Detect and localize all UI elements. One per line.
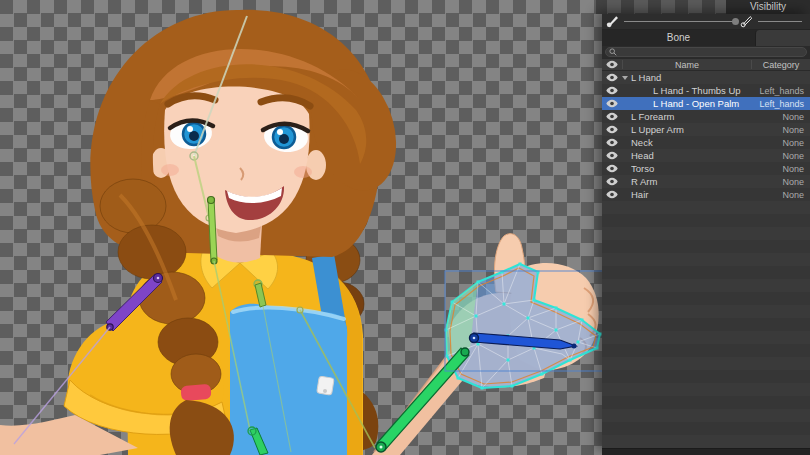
empty-row: [602, 344, 810, 357]
bone-name-label: L Forearm: [631, 111, 746, 122]
header-category[interactable]: Category: [752, 60, 810, 70]
empty-row: [602, 214, 810, 227]
bone-row[interactable]: L Upper Arm None: [602, 123, 810, 136]
eye-icon: [606, 99, 618, 108]
empty-row: [602, 253, 810, 266]
magnifier-icon: [609, 48, 617, 56]
bone-name-label: L Hand - Open Palm: [631, 98, 746, 109]
bone-name-label: L Hand: [631, 72, 746, 83]
bone-category-label: None: [746, 164, 810, 174]
visibility-eye-toggle[interactable]: [602, 164, 622, 173]
visibility-window-tab[interactable]: Visibility: [726, 0, 810, 14]
bone-name-label: Head: [631, 150, 746, 161]
bone-category-label: None: [746, 138, 810, 148]
visibility-eye-toggle[interactable]: [602, 112, 622, 121]
bone-category-label: Left_hands: [746, 99, 810, 109]
eye-icon: [606, 86, 618, 95]
bone-category-label: None: [746, 125, 810, 135]
bone-filled-icon: [606, 15, 620, 28]
empty-row: [602, 422, 810, 435]
bone-row[interactable]: Head None: [602, 149, 810, 162]
eye-icon: [606, 60, 618, 69]
bone-row[interactable]: Hair None: [602, 188, 810, 201]
foldout-triangle-icon[interactable]: [622, 76, 628, 80]
bone-name-label: R Arm: [631, 176, 746, 187]
bone-opacity-slider-row: [602, 14, 810, 30]
bone-category-label: None: [746, 190, 810, 200]
bone-category-label: Left_hands: [746, 86, 810, 96]
bone-name-label: Neck: [631, 137, 746, 148]
eye-icon: [606, 125, 618, 134]
visibility-eye-toggle[interactable]: [602, 138, 622, 147]
bone-category-label: None: [746, 151, 810, 161]
bone-row[interactable]: Neck None: [602, 136, 810, 149]
visibility-panel: Bone Name Category: [602, 14, 810, 455]
panel-tab-bar: Bone: [602, 30, 810, 46]
bone-row[interactable]: L Hand - Thumbs Up Left_hands: [602, 84, 810, 97]
empty-row: [602, 409, 810, 422]
eye-icon: [606, 73, 618, 82]
visibility-eye-toggle[interactable]: [602, 190, 622, 199]
empty-row: [602, 201, 810, 214]
search-field[interactable]: [605, 47, 807, 57]
table-header[interactable]: Name Category: [602, 58, 810, 71]
visibility-eye-toggle[interactable]: [602, 73, 622, 82]
empty-row: [602, 266, 810, 279]
tab-sprite-partial[interactable]: [755, 30, 810, 46]
eye-icon: [606, 151, 618, 160]
header-eye-column: [602, 60, 622, 69]
empty-row: [602, 227, 810, 240]
empty-row: [602, 331, 810, 344]
bone-outline-icon: [740, 15, 754, 28]
bone-row[interactable]: L Forearm None: [602, 110, 810, 123]
panel-shadow: [596, 0, 726, 14]
empty-row: [602, 318, 810, 331]
tab-bone[interactable]: Bone: [602, 30, 755, 46]
bone-table-body: L Hand L Hand - Thumbs Up Left_hands L H…: [602, 71, 810, 448]
visibility-eye-toggle[interactable]: [602, 99, 622, 108]
mesh-opacity-slider[interactable]: [758, 21, 802, 22]
bone-row[interactable]: L Hand - Open Palm Left_hands: [602, 97, 810, 110]
empty-row: [602, 383, 810, 396]
eye-icon: [606, 112, 618, 121]
panel-bottom-strip: [602, 448, 810, 455]
eye-icon: [606, 138, 618, 147]
skinning-editor-canvas[interactable]: Visibility Bone: [0, 0, 810, 455]
bone-name-label: Torso: [631, 163, 746, 174]
empty-row: [602, 396, 810, 409]
empty-row: [602, 240, 810, 253]
eye-icon: [606, 164, 618, 173]
bone-category-label: None: [746, 112, 810, 122]
empty-row: [602, 305, 810, 318]
eye-icon: [606, 177, 618, 186]
bone-name-label: Hair: [631, 189, 746, 200]
eye-icon: [606, 190, 618, 199]
bone-row[interactable]: R Arm None: [602, 175, 810, 188]
visibility-eye-toggle[interactable]: [602, 177, 622, 186]
search-input[interactable]: [617, 48, 803, 56]
empty-row: [602, 279, 810, 292]
bone-name-label: L Hand - Thumbs Up: [631, 85, 746, 96]
header-name[interactable]: Name: [623, 60, 751, 70]
bone-name-label: L Upper Arm: [631, 124, 746, 135]
slider-knob[interactable]: [732, 18, 739, 25]
empty-row: [602, 435, 810, 448]
empty-row: [602, 357, 810, 370]
search-strip: [602, 46, 810, 58]
empty-row: [602, 370, 810, 383]
bone-category-label: None: [746, 177, 810, 187]
bone-opacity-slider[interactable]: [624, 21, 736, 22]
empty-row: [602, 292, 810, 305]
visibility-eye-toggle[interactable]: [602, 125, 622, 134]
visibility-eye-toggle[interactable]: [602, 86, 622, 95]
visibility-eye-toggle[interactable]: [602, 151, 622, 160]
bone-row[interactable]: Torso None: [602, 162, 810, 175]
bone-row[interactable]: L Hand: [602, 71, 810, 84]
